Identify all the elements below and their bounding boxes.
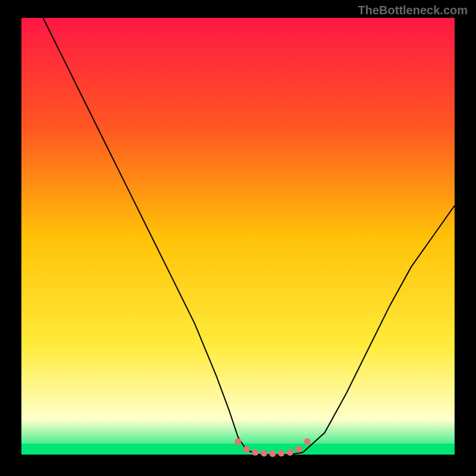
chart-container: TheBottleneck.com bbox=[0, 0, 476, 476]
optimal-marker bbox=[252, 449, 259, 456]
svg-rect-0 bbox=[21, 444, 455, 455]
optimal-marker bbox=[261, 450, 267, 456]
optimal-marker bbox=[270, 450, 276, 457]
optimal-marker bbox=[243, 446, 250, 453]
watermark-text: TheBottleneck.com bbox=[358, 4, 468, 17]
green-band bbox=[21, 444, 455, 455]
optimal-marker bbox=[278, 450, 284, 456]
optimal-marker bbox=[295, 446, 302, 453]
optimal-marker bbox=[287, 449, 293, 456]
bottleneck-chart bbox=[0, 0, 476, 476]
plot-background bbox=[21, 18, 455, 455]
optimal-marker bbox=[235, 439, 242, 445]
optimal-marker bbox=[304, 439, 311, 445]
